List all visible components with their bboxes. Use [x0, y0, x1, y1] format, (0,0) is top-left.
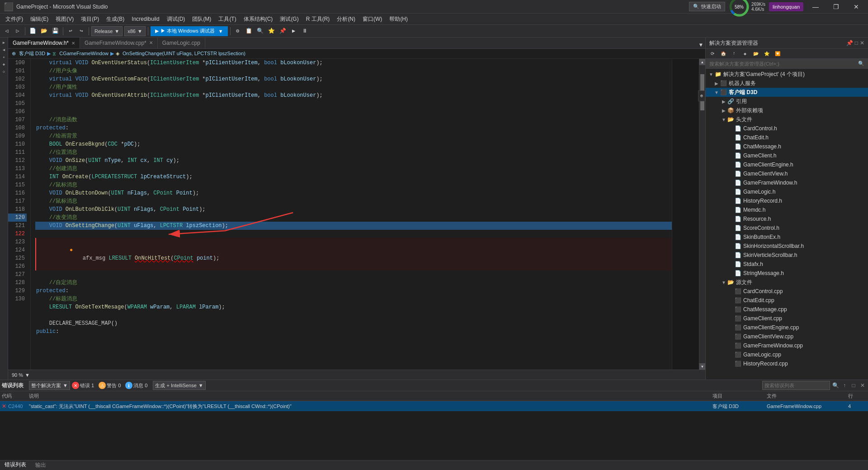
menu-build[interactable]: 生成(B): [103, 14, 128, 25]
menu-rtools[interactable]: R 工具(R): [302, 14, 334, 25]
file-cardcontrol-h[interactable]: 📄 CardControl.h: [706, 124, 868, 133]
toolbar-open[interactable]: 📂: [39, 26, 49, 36]
file-skinhscrollbar-h[interactable]: 📄 SkinHorizontalScrollbar.h: [706, 242, 868, 251]
folder-sources[interactable]: ▼ 📂 源文件: [706, 278, 868, 287]
file-historyrecord-h[interactable]: 📄 HistoryRecord.h: [706, 196, 868, 205]
file-gameclientview-cpp[interactable]: ⬛ GameClientView.cpp: [706, 332, 868, 341]
toolbar-extra2[interactable]: 📋: [244, 26, 254, 36]
file-gameclient-h[interactable]: 📄 GameClient.h: [706, 151, 868, 160]
toolbar-undo[interactable]: ↩: [66, 26, 75, 36]
scope-filter-dropdown[interactable]: 整个解决方案 ▼: [29, 381, 70, 390]
file-resource-h[interactable]: 📄 Resource.h: [706, 214, 868, 223]
toolbar-forward[interactable]: ▷: [13, 26, 23, 36]
tab-overflow-dropdown[interactable]: ▼: [697, 42, 705, 48]
se-toolbar-5[interactable]: 📂: [751, 49, 761, 59]
user-avatar[interactable]: linhongquan: [769, 2, 803, 11]
code-content[interactable]: virtual VOID OnEventUserStatus(IClientUs…: [31, 59, 672, 370]
menu-team[interactable]: 团队(M): [189, 14, 215, 25]
win-close[interactable]: ✕: [848, 0, 864, 14]
file-chatmessage-cpp[interactable]: ⬛ ChatMessage.cpp: [706, 305, 868, 314]
tab-close-0[interactable]: ✕: [71, 41, 75, 46]
se-pin[interactable]: 📌: [846, 40, 853, 46]
menu-project[interactable]: 项目(P): [77, 14, 103, 25]
folder-references[interactable]: ▶ 🔗 引用: [706, 97, 868, 106]
se-toolbar-4[interactable]: ◈: [740, 49, 750, 59]
toolbar-extra7[interactable]: ⏸: [300, 26, 310, 36]
error-search-btn[interactable]: 🔍: [832, 382, 839, 389]
solution-search-input[interactable]: [709, 61, 858, 66]
error-count-toggle[interactable]: ✕ 错误 1: [72, 382, 94, 389]
file-gamelogic-h[interactable]: 📄 GameLogic.h: [706, 187, 868, 196]
left-icon-2[interactable]: ◀: [1, 47, 7, 53]
toolbar-extra3[interactable]: 🔍: [255, 26, 265, 36]
bottom-panel-close[interactable]: ✕: [859, 382, 866, 389]
error-row-0[interactable]: ✕ C2440 "static_cast": 无法从"UINT (__thisc…: [0, 401, 868, 411]
quick-launch[interactable]: 🔍 快速启动: [689, 2, 725, 11]
win-max[interactable]: ❐: [828, 0, 844, 14]
file-chatmessage-h[interactable]: 📄 ChatMessage.h: [706, 142, 868, 151]
menu-analyze[interactable]: 分析(N): [333, 14, 359, 25]
menu-tools[interactable]: 工具(T): [215, 14, 240, 25]
menu-edit[interactable]: 编辑(E): [27, 14, 52, 25]
toolbar-extra4[interactable]: ⭐: [266, 26, 277, 36]
breadcrumb-method[interactable]: ◈ OnSettingChange(UINT uFlags, LPCTSTR l…: [116, 51, 245, 57]
file-gameclient-cpp[interactable]: ⬛ GameClient.cpp: [706, 314, 868, 323]
file-historyrecord-cpp[interactable]: ⬛ HistoryRecord.cpp: [706, 359, 868, 368]
toolbar-extra5[interactable]: 📌: [278, 26, 288, 36]
folder-extern-deps[interactable]: ▶ 📦 外部依赖项: [706, 106, 868, 115]
editor-scrollbar[interactable]: ▲ ▼: [699, 59, 705, 370]
tab-gamelogic-cpp[interactable]: GameLogic.cpp: [158, 38, 205, 48]
file-gameframewindow-h[interactable]: 📄 GameFrameWindow.h: [706, 178, 868, 187]
toolbar-save-all[interactable]: 💾: [50, 26, 61, 36]
tab-close-1[interactable]: ✕: [149, 40, 153, 45]
file-stringmessage-h[interactable]: 📄 StringMessage.h: [706, 269, 868, 278]
file-gameclientengine-cpp[interactable]: ⬛ GameClientEngine.cpp: [706, 323, 868, 332]
toolbar-redo[interactable]: ↪: [76, 26, 86, 36]
se-toolbar-filter[interactable]: 🔽: [773, 49, 783, 59]
error-search-input[interactable]: [762, 381, 830, 390]
tab-error-list[interactable]: 错误列表: [0, 460, 31, 470]
toolbar-extra1[interactable]: ⚙: [233, 26, 243, 36]
scroll-up[interactable]: ▲: [699, 59, 705, 65]
breadcrumb-class-dropdown[interactable]: ⊕ 客户端 D3D: [12, 50, 45, 57]
file-chatedit-cpp[interactable]: ⬛ ChatEdit.cpp: [706, 296, 868, 305]
toolbar-back[interactable]: ◁: [2, 26, 12, 36]
platform-dropdown[interactable]: x86 ▼: [124, 26, 146, 36]
project-robot[interactable]: ▶ ⬛ 机器人服务: [706, 79, 868, 88]
file-cardcontrol-cpp[interactable]: ⬛ CardControl.cpp: [706, 287, 868, 296]
file-skinvscrollbar-h[interactable]: 📄 SkinVerticleScrollbar.h: [706, 251, 868, 260]
se-close[interactable]: ✕: [860, 40, 864, 46]
se-toolbar-1[interactable]: ⟳: [708, 49, 717, 59]
win-min[interactable]: —: [807, 0, 824, 14]
info-count-toggle[interactable]: ℹ 消息 0: [125, 382, 147, 389]
config-dropdown[interactable]: Release ▼: [91, 26, 123, 36]
tab-gamefrmwindow-h[interactable]: GameFrameWindow.h* ✕: [8, 38, 80, 48]
project-client-d3d[interactable]: ▼ ⬛ 客户端 D3D: [706, 88, 868, 97]
file-chatedit-h[interactable]: 📄 ChatEdit.h: [706, 133, 868, 142]
left-icon-3[interactable]: ✦: [1, 54, 7, 60]
toolbar-extra6[interactable]: ▶: [289, 26, 299, 36]
zoom-dropdown[interactable]: 90 % ▼: [12, 372, 30, 378]
file-gameframewindow-cpp[interactable]: ⬛ GameFrameWindow.cpp: [706, 341, 868, 350]
file-gameclientview-h[interactable]: 📄 GameClientView.h: [706, 169, 868, 178]
tab-gamefrmwindow-cpp[interactable]: GameFrameWindow.cpp* ✕: [80, 38, 158, 48]
left-icon-4[interactable]: ◆: [1, 61, 7, 67]
menu-incredibuild[interactable]: Incredibuild: [128, 14, 163, 25]
menu-test[interactable]: 测试(G): [276, 14, 302, 25]
warning-count-toggle[interactable]: ⚠ 警告 0: [99, 382, 121, 389]
se-toolbar-2[interactable]: 🏠: [718, 49, 728, 59]
se-toolbar-3[interactable]: ↑: [729, 49, 739, 59]
menu-view[interactable]: 视图(V): [52, 14, 77, 25]
menu-debug[interactable]: 调试(D): [163, 14, 189, 25]
file-memdc-h[interactable]: 📄 Memdc.h: [706, 205, 868, 214]
file-gameclientengine-h[interactable]: 📄 GameClientEngine.h: [706, 160, 868, 169]
menu-window[interactable]: 窗口(W): [359, 14, 386, 25]
menu-file[interactable]: 文件(F): [2, 14, 27, 25]
build-filter-dropdown[interactable]: 生成 + IntelliSense ▼: [153, 381, 205, 390]
file-skinbuttonex-h[interactable]: 📄 SkinButtonEx.h: [706, 233, 868, 242]
tab-output[interactable]: 输出: [31, 460, 51, 470]
se-toolbar-6[interactable]: ⭐: [762, 49, 772, 59]
file-gamelogic-cpp[interactable]: ⬛ GameLogic.cpp: [706, 350, 868, 359]
menu-help[interactable]: 帮助(H): [386, 14, 411, 25]
folder-headers[interactable]: ▼ 📂 头文件: [706, 115, 868, 124]
